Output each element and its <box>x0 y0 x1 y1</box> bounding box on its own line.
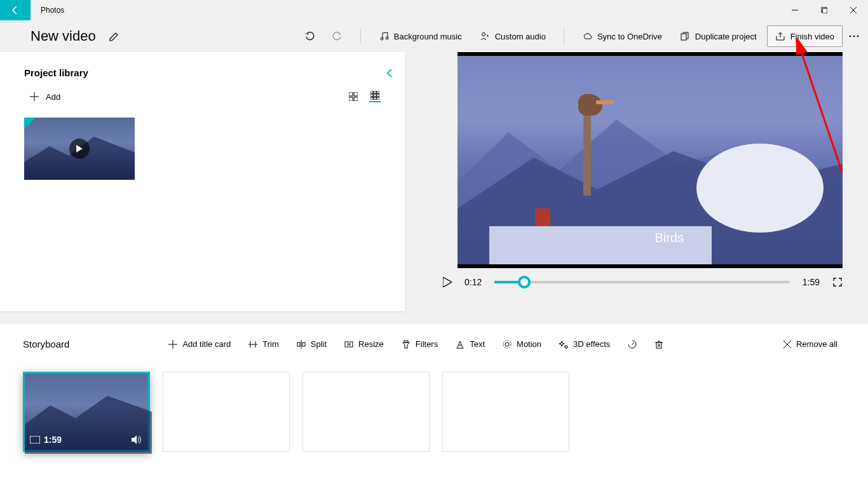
3d-effects-button[interactable]: 3D effects <box>552 336 618 353</box>
sync-onedrive-button[interactable]: Sync to OneDrive <box>574 26 670 46</box>
library-title: Project library <box>24 67 381 78</box>
edit-name-icon[interactable] <box>109 30 120 42</box>
duplicate-icon <box>680 31 690 41</box>
motion-button[interactable]: Motion <box>495 336 549 353</box>
svg-marker-32 <box>443 277 452 287</box>
music-icon <box>379 31 389 41</box>
custom-audio-button[interactable]: Custom audio <box>472 26 553 46</box>
collapse-library-icon[interactable] <box>386 67 393 79</box>
svg-rect-22 <box>370 94 373 97</box>
split-button[interactable]: Split <box>289 336 334 353</box>
background-music-button[interactable]: Background music <box>371 26 470 46</box>
minimize-button[interactable] <box>780 0 810 20</box>
video-caption: Birds <box>654 231 684 245</box>
custom-audio-label: Custom audio <box>495 32 546 41</box>
motion-icon <box>503 340 512 349</box>
svg-point-11 <box>853 36 855 37</box>
filters-icon <box>402 340 410 349</box>
project-name: New video <box>31 28 96 44</box>
svg-marker-56 <box>25 396 152 454</box>
grid-small-icon[interactable] <box>369 91 381 102</box>
svg-marker-58 <box>132 435 137 444</box>
svg-rect-21 <box>377 91 379 93</box>
export-icon <box>775 31 785 41</box>
svg-rect-15 <box>349 92 353 96</box>
cloud-sync-icon <box>582 31 592 41</box>
text-button[interactable]: Text <box>448 336 492 353</box>
resize-icon <box>344 340 353 349</box>
svg-rect-57 <box>30 436 40 444</box>
duplicate-project-button[interactable]: Duplicate project <box>672 26 764 46</box>
grid-large-icon[interactable] <box>348 91 359 102</box>
undo-button[interactable] <box>297 26 322 46</box>
svg-rect-17 <box>349 97 353 101</box>
trim-button[interactable]: Trim <box>241 336 287 353</box>
svg-rect-18 <box>354 97 358 101</box>
app-title: Photos <box>41 6 64 15</box>
svg-rect-40 <box>302 342 305 346</box>
svg-point-12 <box>857 36 859 37</box>
svg-point-46 <box>505 342 509 346</box>
svg-point-8 <box>482 33 485 36</box>
current-time: 0:12 <box>465 277 482 287</box>
finish-label: Finish video <box>790 32 834 41</box>
sparkle-icon <box>559 340 568 349</box>
add-title-card-button[interactable]: Add title card <box>161 336 238 353</box>
svg-rect-19 <box>370 91 373 93</box>
library-thumbnail[interactable] <box>24 118 135 180</box>
svg-rect-41 <box>345 342 353 347</box>
progress-bar[interactable] <box>494 281 790 283</box>
redo-button[interactable] <box>325 26 350 46</box>
back-button[interactable] <box>0 0 31 20</box>
trim-icon <box>248 340 257 349</box>
svg-rect-27 <box>377 97 379 100</box>
storyboard-slot[interactable] <box>163 372 290 452</box>
close-icon <box>783 341 791 348</box>
svg-rect-49 <box>656 342 661 348</box>
storyboard-clip[interactable]: 1:59 <box>23 372 150 452</box>
svg-rect-26 <box>374 97 376 100</box>
person-audio-icon <box>480 31 490 41</box>
delete-button[interactable] <box>647 336 671 353</box>
speed-button[interactable] <box>620 336 644 353</box>
play-button[interactable] <box>443 277 452 287</box>
sync-label: Sync to OneDrive <box>597 32 662 41</box>
svg-rect-16 <box>354 92 358 96</box>
add-media-button[interactable]: Add <box>29 92 60 102</box>
close-button[interactable] <box>839 0 868 20</box>
plus-icon <box>168 340 177 349</box>
svg-line-48 <box>632 342 634 344</box>
plus-icon <box>29 92 39 102</box>
aspect-icon <box>30 436 40 444</box>
storyboard-slot[interactable] <box>442 372 569 452</box>
svg-rect-25 <box>370 97 373 100</box>
remove-all-button[interactable]: Remove all <box>776 336 845 353</box>
svg-rect-2 <box>822 8 827 13</box>
fullscreen-icon[interactable] <box>832 277 843 287</box>
total-time: 1:59 <box>803 277 820 287</box>
video-preview[interactable]: Birds <box>458 52 843 268</box>
duplicate-label: Duplicate project <box>695 32 757 41</box>
svg-rect-39 <box>297 342 300 346</box>
svg-rect-23 <box>374 94 376 97</box>
svg-point-47 <box>503 341 511 348</box>
split-icon <box>297 340 306 349</box>
progress-handle[interactable] <box>518 276 531 288</box>
filters-button[interactable]: Filters <box>394 336 445 353</box>
svg-point-10 <box>850 36 851 37</box>
finish-video-button[interactable]: Finish video <box>767 25 843 47</box>
svg-marker-29 <box>76 145 83 152</box>
play-overlay-icon <box>69 139 90 159</box>
title-bar: Photos <box>0 0 868 20</box>
maximize-button[interactable] <box>810 0 839 20</box>
storyboard-panel: Storyboard Add title card Trim Split Res… <box>0 324 868 488</box>
storyboard-slot[interactable] <box>302 372 430 452</box>
more-button[interactable] <box>845 30 863 43</box>
svg-rect-20 <box>374 91 376 93</box>
volume-icon[interactable] <box>132 435 143 444</box>
svg-rect-24 <box>377 94 379 97</box>
resize-button[interactable]: Resize <box>337 336 391 353</box>
storyboard-title: Storyboard <box>23 339 69 349</box>
svg-rect-9 <box>681 34 686 40</box>
preview-panel: Birds 0:12 1:59 <box>405 52 868 311</box>
